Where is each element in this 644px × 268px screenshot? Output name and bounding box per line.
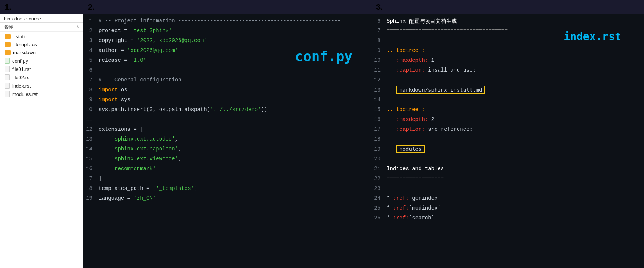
code-line: 12 extensions = [ — [83, 126, 371, 136]
code-line: 15 'sphinx.ext.viewcode', — [83, 155, 371, 165]
folder-icon — [5, 50, 11, 55]
col-header-sort: ∧ — [76, 24, 80, 30]
file-item[interactable]: file01.rst — [0, 65, 83, 73]
file-item[interactable]: modules.rst — [0, 90, 83, 98]
rst-line: 19 modules — [371, 146, 644, 155]
rst-line: 13 markdown/sphinx_install.md — [371, 86, 644, 96]
panel3-label: 3. — [376, 2, 383, 12]
code-line: 13 'sphinx.ext.autodoc', — [83, 136, 371, 146]
code-line: 6 — [83, 67, 371, 77]
rst-line: 8 — [371, 37, 644, 47]
code-line: 9 import sys — [83, 96, 371, 106]
code-line: 10 sys.path.insert(0, os.path.abspath('.… — [83, 106, 371, 116]
panel1-label: 1. — [5, 2, 11, 12]
file-item[interactable]: index.rst — [0, 81, 83, 90]
file-item[interactable]: file02.rst — [0, 73, 83, 81]
folder-icon — [5, 42, 11, 47]
py-file-icon — [5, 58, 10, 64]
rst-line: 24 * :ref:`genindex` — [371, 195, 644, 205]
code-line: 18 templates_path = ['_templates'] — [83, 185, 371, 195]
rst-editor: index.rst 6 Sphinx 配置与项目文档生成 7 =========… — [371, 14, 644, 268]
folder-icon — [5, 34, 11, 39]
rst-line: 7 ====================================== — [371, 27, 644, 37]
rst-line: 22 ================== — [371, 175, 644, 185]
rst-line: 10 :maxdepth: 1 — [371, 57, 644, 67]
rst-line: 20 — [371, 155, 644, 165]
file-item[interactable]: _static — [0, 33, 83, 41]
col-header-name: 名称 — [4, 24, 13, 30]
code-line: 11 — [83, 116, 371, 126]
rst-line: 26 * :ref:`search` — [371, 215, 644, 224]
code-line: 1 # -- Project information -------------… — [83, 17, 371, 27]
panel2-label: 2. — [88, 2, 95, 12]
rst-line: 6 Sphinx 配置与项目文档生成 — [371, 17, 644, 27]
rst-line: 14 — [371, 96, 644, 106]
code-line: 3 copyright = '2022, xdd2026@qq.com' — [83, 37, 371, 47]
code-line: 8 import os — [83, 86, 371, 96]
code-line: 14 'sphinx.ext.napoleon', — [83, 146, 371, 155]
rst-line: 11 :caption: insall and use: — [371, 67, 644, 77]
rst-line: 23 — [371, 185, 644, 195]
rst-line: 17 :caption: src reference: — [371, 126, 644, 136]
rst-file-icon — [5, 91, 10, 97]
rst-file-icon — [5, 83, 10, 89]
code-line: 5 release = '1.0' — [83, 57, 371, 67]
code-line: 4 author = 'xdd2026@qq.com' — [83, 47, 371, 57]
rst-file-icon — [5, 66, 10, 72]
breadcrumb: hin › doc › source — [0, 14, 83, 23]
rst-line: 25 * :ref:`modindex` — [371, 205, 644, 215]
code-line: 7 # -- General configuration -----------… — [83, 77, 371, 86]
rst-line: 9 .. toctree:: — [371, 47, 644, 57]
rst-file-icon — [5, 74, 10, 80]
code-editor: conf.py 1 # -- Project information -----… — [83, 14, 371, 268]
rst-line: 18 — [371, 136, 644, 146]
file-item[interactable]: conf.py — [0, 56, 83, 65]
file-item[interactable]: _templates — [0, 41, 83, 49]
rst-line: 12 — [371, 77, 644, 86]
code-line: 2 project = 'test_Sphinx' — [83, 27, 371, 37]
code-line: 16 'recommonmark' — [83, 165, 371, 175]
code-line: 19 language = 'zh_CN' — [83, 195, 371, 205]
code-line: 17 ] — [83, 175, 371, 185]
file-list: _static _templates markdown conf.py file… — [0, 33, 83, 98]
file-item[interactable]: markdown — [0, 49, 83, 56]
rst-line: 15 .. toctree:: — [371, 106, 644, 116]
rst-line: 21 Indices and tables — [371, 165, 644, 175]
rst-line: 16 :maxdepth: 2 — [371, 116, 644, 126]
